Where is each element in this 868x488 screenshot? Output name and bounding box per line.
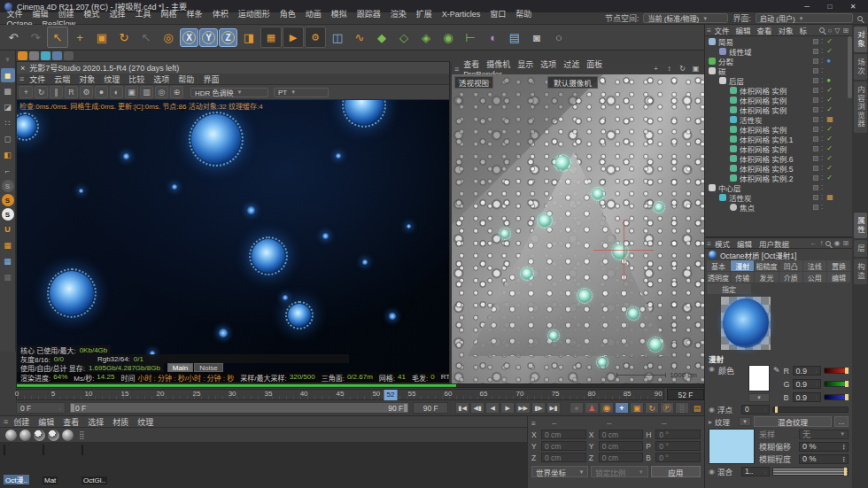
lock-icon[interactable]: ◉: [833, 239, 840, 247]
camera-icon[interactable]: ◙: [526, 27, 547, 48]
goto-start-button[interactable]: ▮◀: [455, 402, 469, 414]
interface-dropdown[interactable]: 启动 (用户)▼: [756, 13, 853, 23]
octane-menu-item[interactable]: 界面: [198, 75, 223, 84]
coordinate-field[interactable]: 0 °: [655, 453, 701, 462]
coordinate-field[interactable]: 0 cm: [541, 441, 586, 451]
attribute-tab[interactable]: 粗糙度: [755, 260, 778, 271]
add-primitive-icon[interactable]: ◫: [327, 27, 348, 48]
scale-mode-dropdown[interactable]: 锁定比例▼: [591, 466, 647, 477]
node-space-dropdown[interactable]: 当前 (标准/物理)▼: [643, 13, 728, 23]
enable-axis-icon[interactable]: ⌐: [1, 164, 15, 178]
visibility-dots[interactable]: ⁚: [821, 77, 824, 84]
workplane-mode-icon[interactable]: ◪: [1, 100, 15, 114]
orbit-view-icon[interactable]: ↻: [677, 64, 688, 74]
prev-key-button[interactable]: ◀▮: [470, 402, 484, 414]
color-swatch[interactable]: [748, 365, 770, 391]
editor-toggle[interactable]: [813, 39, 818, 44]
pen-tool-icon[interactable]: ∿: [349, 27, 370, 48]
coordinate-field[interactable]: 0 °: [655, 430, 701, 439]
param-toggle-icon[interactable]: ◉: [709, 406, 715, 414]
move-tool-icon[interactable]: +: [69, 27, 90, 48]
material-ball-icon[interactable]: ◐: [110, 86, 123, 98]
visibility-dots[interactable]: ⁚: [821, 145, 824, 152]
edges-mode-icon[interactable]: ◻: [1, 132, 15, 146]
octane-close-icon[interactable]: ×: [20, 64, 25, 73]
material-menu-item[interactable]: 纹理: [133, 418, 158, 427]
live-selection-icon[interactable]: ↖: [47, 27, 68, 48]
attribute-tab[interactable]: 发光: [755, 272, 778, 283]
editor-toggle[interactable]: [813, 78, 818, 83]
menu-item[interactable]: 模拟: [326, 10, 352, 19]
octane-menu-item[interactable]: 对象: [74, 75, 99, 84]
lock-resolution-icon[interactable]: ●: [95, 86, 108, 98]
eyedropper-icon[interactable]: ✎: [773, 366, 780, 375]
render-view-icon[interactable]: ▦: [260, 27, 282, 48]
range-end-field[interactable]: 90 F: [413, 402, 448, 414]
visibility-dots[interactable]: ⁚: [821, 116, 824, 123]
attribute-menu-item[interactable]: 用户数据: [756, 240, 793, 249]
menu-item[interactable]: 扩展: [411, 10, 437, 19]
key-parameter-icon[interactable]: Ⓟ: [660, 402, 674, 414]
object-tree-row[interactable]: 简易 ⁚ ✓: [705, 36, 852, 46]
new-panel-icon[interactable]: ⊞: [842, 239, 849, 247]
back-icon[interactable]: ←: [810, 239, 817, 247]
layout-icon[interactable]: [41, 51, 50, 60]
viewport-menu-item[interactable]: 显示: [514, 60, 537, 69]
key-position-icon[interactable]: +: [615, 402, 629, 414]
coordinate-field[interactable]: 0 °: [655, 441, 701, 451]
camera-target-icon[interactable]: ◎: [155, 86, 168, 98]
viewport-menu-item[interactable]: 过滤: [560, 60, 583, 69]
menu-item[interactable]: 编辑: [27, 10, 53, 19]
last-tool-icon[interactable]: ↖: [136, 27, 157, 48]
coordinate-system-icon[interactable]: ◨: [238, 27, 260, 48]
material-menu-item[interactable]: 选择: [83, 418, 108, 427]
up-icon[interactable]: ↑: [819, 239, 823, 247]
viewport-menu-item[interactable]: 选项: [537, 60, 560, 69]
record-keyframe-icon[interactable]: ◉: [600, 402, 614, 414]
visibility-dots[interactable]: ⁚: [821, 106, 824, 113]
save-image-icon[interactable]: ▣: [125, 86, 138, 98]
object-tree-row[interactable]: 体积网格 实例 ⁚ ✓: [705, 124, 852, 134]
object-tree-row[interactable]: 体积网格 实例 ⁚ ✓: [705, 85, 852, 95]
menu-item[interactable]: 工具: [130, 10, 156, 19]
viewport-menu-item[interactable]: 面板: [583, 60, 606, 69]
menu-item[interactable]: 渲染: [385, 10, 411, 19]
object-tree-row[interactable]: 活性炭 ⁚ ▦: [705, 114, 852, 124]
editor-toggle[interactable]: [813, 175, 818, 181]
octane-menu-item[interactable]: 纹理: [99, 75, 124, 84]
menu-item[interactable]: 网格: [156, 10, 182, 19]
menu-item[interactable]: 模式: [79, 10, 105, 19]
editor-toggle[interactable]: [813, 146, 818, 151]
settings-icon[interactable]: ⚙: [80, 86, 93, 98]
dolly-view-icon[interactable]: ↕: [663, 64, 675, 74]
scale-tool-icon[interactable]: ▣: [91, 27, 112, 48]
visibility-dots[interactable]: ⁚: [821, 58, 824, 65]
channel-value-field[interactable]: 0.9⁝: [793, 392, 821, 402]
material-menu-item[interactable]: 创建: [9, 418, 34, 427]
editor-toggle[interactable]: [813, 117, 818, 122]
editor-toggle[interactable]: [813, 156, 818, 161]
menu-item[interactable]: X-Particles: [437, 10, 485, 19]
sample-dropdown[interactable]: 无▼: [799, 430, 849, 439]
editor-toggle[interactable]: [813, 205, 818, 210]
material-thumbnail[interactable]: Oct漫..: [4, 445, 39, 484]
region-render-icon[interactable]: R: [65, 86, 78, 98]
coordinate-field[interactable]: 0 cm: [541, 430, 586, 439]
key-pla-icon[interactable]: ⣿: [675, 402, 689, 414]
scrollbar[interactable]: [848, 36, 852, 98]
object-tree-row[interactable]: 体积网格 实例.6 ⁚ ✓: [705, 153, 852, 163]
material-sphere-icon[interactable]: [34, 430, 45, 441]
fields-icon[interactable]: ◉: [438, 27, 459, 48]
editor-toggle[interactable]: [813, 88, 818, 93]
attribute-tab[interactable]: 基本: [707, 260, 730, 271]
menu-item[interactable]: 跟踪器: [352, 10, 385, 19]
float-slider[interactable]: [772, 407, 849, 413]
array-icon[interactable]: ▤: [504, 27, 525, 48]
visibility-dots[interactable]: ⁚: [821, 174, 824, 182]
node-editor-icon[interactable]: ⣿: [76, 430, 88, 441]
viewport-canvas[interactable]: 透视视图 默认摄像机 1000 cm: [452, 74, 704, 388]
search-icon[interactable]: [825, 241, 831, 246]
panel-tab[interactable]: 对象: [854, 27, 867, 52]
visibility-dots[interactable]: ⁚: [821, 204, 824, 211]
menu-item[interactable]: 文件: [2, 10, 27, 19]
